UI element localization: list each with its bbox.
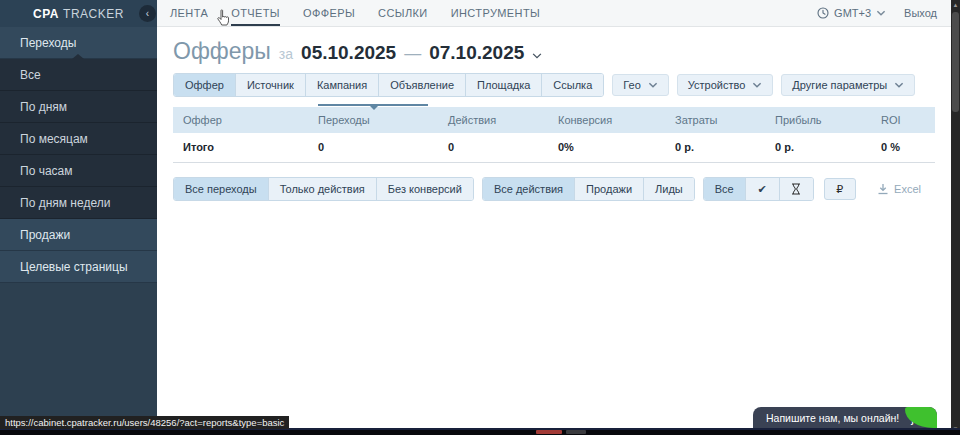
column-header-perekhody[interactable]: Переходы: [318, 107, 448, 133]
submenu-notch: [72, 54, 84, 59]
report-preposition: за: [279, 46, 293, 62]
tab-istochnik[interactable]: Источник: [235, 74, 305, 96]
sidebar-item-prodazhi[interactable]: Продажи: [0, 219, 157, 251]
logout-button[interactable]: Выход: [904, 7, 937, 19]
report-table-wrap: Оффер Переходы Действия Конверсия Затрат…: [173, 107, 935, 163]
nav-ssylki[interactable]: ССЫЛКИ: [378, 0, 428, 26]
tab-obyavlenie[interactable]: Объявление: [378, 74, 465, 96]
total-konversiya: 0%: [558, 133, 675, 162]
sidebar-item-tselevye-stranitsy[interactable]: Целевые страницы: [0, 251, 157, 283]
chevron-down-icon: [876, 10, 886, 16]
nav-right: GMT+3 Выход: [817, 0, 951, 26]
report-table: Оффер Переходы Действия Конверсия Затрат…: [173, 107, 935, 163]
filter-pending-button[interactable]: [779, 178, 813, 200]
filter-approved-button[interactable]: ✔: [745, 178, 779, 200]
column-header-deystviya[interactable]: Действия: [448, 107, 558, 133]
sidebar-item-label: Продажи: [20, 228, 70, 242]
geo-filter-label: Гео: [623, 79, 640, 91]
content: Офферы за 05.10.2025 — 07.10.2025 Оффер …: [157, 27, 951, 201]
scroll-up-arrow[interactable]: ▲: [951, 0, 960, 11]
tab-ploshchadka[interactable]: Площадка: [465, 74, 541, 96]
sort-indicator: [318, 104, 428, 106]
sidebar-item-label: По дням недели: [20, 196, 110, 210]
sidebar-item-label: По дням: [20, 100, 67, 114]
sidebar-collapse-button[interactable]: ‹: [139, 5, 156, 22]
filter-only-actions[interactable]: Только действия: [268, 178, 376, 200]
sidebar-item-po-mesyatsam[interactable]: По месяцам: [0, 123, 157, 155]
column-header-roi[interactable]: ROI: [881, 107, 935, 133]
column-header-pribyl[interactable]: Прибыль: [775, 107, 881, 133]
date-to: 07.10.2025: [429, 42, 524, 64]
sidebar-item-label: По месяцам: [20, 132, 88, 146]
chevron-down-icon: [894, 82, 904, 88]
other-params-filter-button[interactable]: Другие параметры: [781, 74, 915, 96]
dimension-tabs: Оффер Источник Кампания Объявление Площа…: [173, 73, 604, 97]
sidebar-item-label: Переходы: [20, 36, 76, 50]
clock-icon: [817, 7, 829, 19]
jivo-leaf-icon: [905, 407, 937, 428]
sidebar: CPA TRACKER ‹ Переходы Все По дням По ме…: [0, 0, 157, 435]
tab-kampaniya[interactable]: Кампания: [305, 74, 378, 96]
filter-no-conversions[interactable]: Без конверсий: [376, 178, 473, 200]
ruble-icon: ₽: [836, 183, 843, 195]
column-header-offer[interactable]: Оффер: [173, 107, 318, 133]
taskbar-icon-gray: [566, 430, 586, 434]
sidebar-item-po-dnyam[interactable]: По дням: [0, 91, 157, 123]
report-title: Офферы: [173, 38, 271, 65]
scrollbar-thumb[interactable]: [952, 12, 959, 112]
status-url-tooltip: https://cabinet.cpatracker.ru/users/4825…: [0, 416, 289, 429]
excel-export-button[interactable]: Excel: [877, 183, 935, 195]
bottom-toolbar: Все переходы Только действия Без конверс…: [173, 177, 935, 201]
filter-sales[interactable]: Продажи: [574, 178, 643, 200]
hourglass-icon: [791, 183, 801, 195]
filter-all-actions[interactable]: Все действия: [483, 178, 574, 200]
screen: { "brand": { "bold": "CPA", "rest": "TRA…: [0, 0, 960, 435]
tab-offer[interactable]: Оффер: [174, 74, 235, 96]
main-area: ЛЕНТА ОТЧЕТЫ ОФФЕРЫ ССЫЛКИ ИНСТРУМЕНТЫ G…: [157, 0, 951, 435]
sidebar-item-label: По часам: [20, 164, 72, 178]
sidebar-item-label: Все: [20, 68, 41, 82]
sidebar-item-vse[interactable]: Все: [0, 59, 157, 91]
chat-widget[interactable]: Напишите нам, мы онлайн! jivo: [753, 407, 937, 428]
scrollbar[interactable]: ▲ ▼: [951, 0, 960, 435]
tab-ssylka[interactable]: Ссылка: [541, 74, 603, 96]
device-filter-button[interactable]: Устройство: [677, 74, 774, 96]
total-label: Итого: [173, 133, 318, 162]
dimension-filter-row: Оффер Источник Кампания Объявление Площа…: [173, 73, 935, 97]
column-header-zatraty[interactable]: Затраты: [675, 107, 775, 133]
nav-lenta[interactable]: ЛЕНТА: [170, 0, 208, 26]
sidebar-item-label: Целевые страницы: [20, 260, 128, 274]
chevron-down-icon: [648, 82, 658, 88]
chevron-down-icon: [752, 82, 762, 88]
total-deystviya: 0: [448, 133, 558, 162]
sidebar-item-po-chasam[interactable]: По часам: [0, 155, 157, 187]
logo: CPA TRACKER ‹: [0, 0, 157, 27]
date-range-picker[interactable]: 05.10.2025 — 07.10.2025: [301, 42, 542, 64]
filter-status-all[interactable]: Все: [704, 178, 745, 200]
download-icon: [877, 183, 889, 195]
taskbar-edge: [0, 428, 960, 435]
transitions-filter-group: Все переходы Только действия Без конверс…: [173, 177, 474, 201]
filter-leads[interactable]: Лиды: [643, 178, 694, 200]
nav-otchety[interactable]: ОТЧЕТЫ: [231, 0, 280, 26]
sidebar-item-po-dnyam-nedeli[interactable]: По дням недели: [0, 187, 157, 219]
header-row: Оффер Переходы Действия Конверсия Затрат…: [173, 107, 935, 133]
geo-filter-button[interactable]: Гео: [612, 74, 668, 96]
excel-label: Excel: [894, 183, 921, 195]
date-from: 05.10.2025: [301, 42, 396, 64]
status-filter-group: Все ✔: [703, 177, 814, 201]
filter-all-transitions[interactable]: Все переходы: [174, 178, 268, 200]
total-roi: 0 %: [881, 133, 935, 162]
nav-offery[interactable]: ОФФЕРЫ: [303, 0, 355, 26]
timezone-selector[interactable]: GMT+3: [817, 7, 886, 19]
nav-instrumenty[interactable]: ИНСТРУМЕНТЫ: [451, 0, 541, 26]
taskbar-icon-red: [536, 430, 562, 434]
sidebar-menu: Переходы Все По дням По месяцам По часам…: [0, 27, 157, 283]
total-perekhody: 0: [318, 133, 448, 162]
logo-brand-bold: CPA: [33, 7, 59, 21]
filter-paid-button[interactable]: ₽: [824, 178, 856, 200]
logo-brand-rest: TRACKER: [63, 7, 124, 21]
check-icon: ✔: [758, 183, 767, 195]
chevron-left-icon: ‹: [146, 8, 149, 19]
column-header-konversiya[interactable]: Конверсия: [558, 107, 675, 133]
